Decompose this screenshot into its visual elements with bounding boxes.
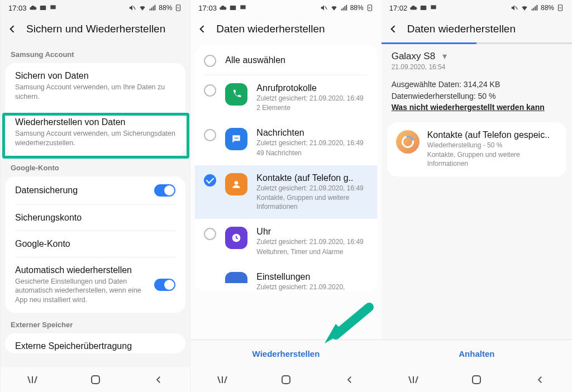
row-google-account[interactable]: Google-Konto — [5, 231, 185, 257]
card-google: Datensicherung Sicherungskonto Google-Ko… — [5, 176, 185, 313]
checkbox[interactable] — [204, 129, 216, 141]
wifi-icon — [139, 4, 146, 12]
wifi-icon — [330, 4, 338, 12]
status-time: 17:03 — [198, 4, 217, 12]
toggle-data-backup[interactable] — [154, 184, 175, 197]
battery-icon — [556, 4, 564, 12]
contact-icon — [225, 173, 247, 195]
svg-rect-7 — [92, 376, 99, 384]
nav-home[interactable] — [89, 374, 102, 386]
row-contacts[interactable]: Kontakte (auf Telefon g.. Zuletzt gesich… — [195, 165, 376, 219]
page-title: Daten wiederherstellen — [216, 23, 325, 35]
svg-rect-0 — [40, 6, 46, 10]
battery-icon — [174, 4, 182, 12]
back-button[interactable] — [387, 23, 399, 35]
checkbox-select-all[interactable] — [204, 55, 216, 67]
svg-line-27 — [416, 376, 418, 383]
svg-point-12 — [235, 138, 236, 139]
phone-screen-2: 17:03 88% Daten wiederherstellen Alle au… — [190, 0, 381, 392]
nav-recents[interactable] — [407, 374, 420, 386]
card-samsung: Sichern von Daten Samsung Account verwen… — [5, 63, 185, 156]
device-selector[interactable]: Galaxy S8 ▾ 21.09.2020, 16:54 — [382, 44, 572, 71]
nav-back[interactable] — [152, 374, 165, 386]
nav-back[interactable] — [534, 374, 546, 386]
row-select-all[interactable]: Alle auswählen — [195, 46, 376, 75]
image-icon — [420, 4, 427, 12]
row-call-log[interactable]: Anrufprotokolle Zuletzt gesichert: 21.09… — [195, 75, 376, 120]
nav-bar — [382, 367, 572, 392]
checkbox[interactable] — [204, 228, 216, 240]
nav-home[interactable] — [470, 374, 483, 386]
nav-recents[interactable] — [216, 374, 228, 386]
mute-icon — [511, 4, 518, 12]
image-icon — [229, 4, 237, 12]
section-google: Google-Konto — [1, 156, 190, 176]
svg-line-10 — [325, 6, 327, 9]
back-button[interactable] — [196, 23, 208, 35]
app-header: Sichern und Wiederherstellen — [1, 16, 190, 42]
checkbox[interactable] — [204, 84, 216, 97]
row-backup-account[interactable]: Sicherungskonto — [5, 205, 185, 231]
not-restored-link[interactable]: Was nicht wiederhergestellt werden kann — [392, 103, 545, 112]
image-icon — [39, 4, 47, 12]
nav-home[interactable] — [280, 374, 292, 386]
nav-back[interactable] — [344, 374, 356, 386]
svg-line-17 — [218, 376, 220, 383]
section-external: Externer Speicher — [1, 313, 190, 333]
battery-icon — [366, 4, 374, 12]
toggle-auto-restore[interactable] — [154, 279, 175, 291]
battery-text: 88% — [541, 4, 554, 12]
mute-icon — [320, 4, 328, 12]
svg-rect-22 — [431, 5, 436, 9]
svg-rect-8 — [230, 6, 236, 10]
message-icon — [225, 128, 247, 150]
status-bar: 17:02 88% — [382, 0, 572, 16]
row-settings[interactable]: Einstellungen Zuletzt gesichert: 21.09.2… — [195, 264, 376, 291]
svg-line-25 — [409, 376, 411, 383]
back-button[interactable] — [6, 23, 18, 35]
cloud-icon — [219, 4, 227, 12]
svg-line-23 — [516, 6, 518, 9]
page-title: Daten wiederherstellen — [407, 23, 516, 35]
row-external-transfer[interactable]: Externe Speicherübertragung — [5, 333, 185, 353]
svg-line-2 — [134, 6, 136, 9]
svg-rect-28 — [473, 376, 480, 384]
row-messages[interactable]: Nachrichten Zuletzt gesichert: 21.09.202… — [195, 120, 376, 165]
flag-icon — [430, 4, 437, 12]
restore-button[interactable]: Wiederherstellen — [190, 340, 381, 367]
restore-progress-icon — [396, 130, 420, 154]
pause-button[interactable]: Anhalten — [382, 340, 572, 367]
row-auto-restore[interactable]: Automatisch wiederherstellen Gesicherte … — [5, 257, 185, 313]
flag-icon — [49, 4, 57, 12]
row-clock[interactable]: Uhr Zuletzt gesichert: 21.09.2020, 16:49… — [195, 219, 376, 264]
phone-screen-1: 17:03 88% Sichern und Wiederherstellen S… — [0, 0, 190, 392]
row-restore-data[interactable]: Wiederherstellen von Daten Samsung Accou… — [5, 109, 185, 156]
checkbox-checked[interactable] — [204, 174, 216, 187]
cloud-icon — [29, 4, 37, 12]
svg-point-14 — [237, 138, 239, 139]
svg-point-15 — [235, 181, 239, 185]
svg-rect-9 — [240, 5, 245, 9]
signal-icon — [149, 4, 156, 12]
row-backup-data[interactable]: Sichern von Daten Samsung Account verwen… — [5, 63, 185, 109]
flag-icon — [239, 4, 247, 12]
nav-recents[interactable] — [26, 374, 39, 386]
svg-rect-1 — [50, 5, 55, 9]
svg-line-4 — [28, 376, 30, 383]
signal-icon — [531, 4, 538, 12]
cloud-icon — [409, 4, 417, 12]
card-external: Externe Speicherübertragung — [5, 333, 185, 353]
status-time: 17:03 — [8, 4, 27, 12]
nav-bar — [190, 367, 381, 392]
gear-icon — [225, 272, 247, 283]
row-data-backup[interactable]: Datensicherung — [5, 176, 185, 204]
wifi-icon — [521, 4, 528, 12]
restore-list-card: Alle auswählen Anrufprotokolle Zuletzt g… — [195, 46, 376, 291]
svg-line-6 — [35, 376, 37, 383]
section-samsung: Samsung Account — [1, 42, 190, 63]
mute-icon — [128, 4, 136, 12]
restore-item-contacts: Kontakte (auf Telefon gespeic.. Wiederhe… — [387, 122, 566, 176]
battery-text: 88% — [350, 4, 364, 12]
svg-rect-21 — [421, 6, 427, 10]
chevron-down-icon: ▾ — [442, 51, 447, 61]
